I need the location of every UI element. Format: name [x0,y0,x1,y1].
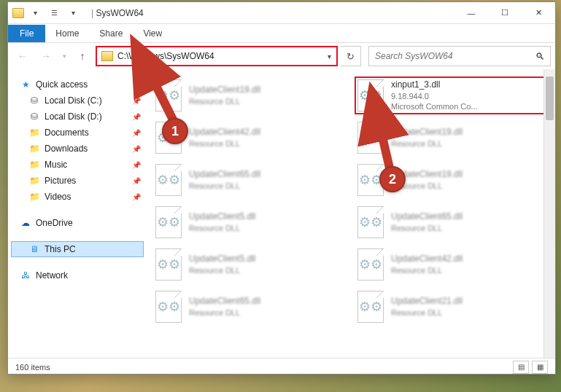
sidebar-quick-access[interactable]: ★ Quick access [11,77,144,93]
pin-icon: 📌 [132,97,141,105]
file-type: Resource DLL [391,265,463,275]
sidebar-item-label: Local Disk (D:) [45,111,102,122]
file-type: Resource DLL [189,307,260,318]
dll-file-icon: ⚙⚙ [357,206,384,238]
sidebar-item-label: Videos [45,192,71,202]
folder-icon: 📁 [28,127,40,138]
dll-file-icon: ⚙⚙ [155,248,182,281]
gears-icon: ⚙⚙ [157,214,180,230]
file-type: Resource DLL [391,138,463,149]
file-item[interactable]: ⚙⚙UpdateClient65.dllResource DLL [152,161,347,199]
gears-icon: ⚙⚙ [359,87,382,103]
pin-icon: 📌 [132,113,141,121]
dll-file-icon: ⚙⚙ [155,164,182,196]
callout-2: 2 [379,166,406,192]
tab-home[interactable]: Home [45,25,89,42]
up-button[interactable]: ↑ [72,46,93,66]
folder-icon: 📁 [28,191,40,203]
gears-icon: ⚙⚙ [157,172,180,188]
tab-file[interactable]: File [8,25,45,42]
qat-properties-icon[interactable]: ☰ [46,5,62,21]
file-item[interactable]: ⚙⚙UpdateClient65.dllResource DLL [152,288,347,326]
thispc-label: This PC [45,244,76,254]
file-type: Resource DLL [189,138,260,149]
gears-icon: ⚙⚙ [359,256,382,273]
search-input[interactable] [369,51,530,61]
file-name: xinput1_3.dll [391,79,478,91]
file-name: UpdateClient65.dll [189,296,260,307]
statusbar: 160 items ▤ ▦ [8,358,555,375]
sidebar-item[interactable]: 📁Music📌 [11,157,144,173]
star-icon: ★ [20,79,31,90]
network-label: Network [36,270,68,281]
item-count: 160 items [15,363,50,372]
address-bar[interactable]: C:\Windows\SysWOW64 ▾ [96,46,338,66]
sidebar-item[interactable]: 📁Pictures📌 [11,173,144,189]
refresh-button[interactable]: ↻ [341,46,361,66]
file-item[interactable]: ⚙⚙UpdateClient19.dllResource DLL [355,119,549,157]
sidebar-item-label: Music [45,160,67,170]
sidebar-item[interactable]: 📁Documents📌 [11,125,144,141]
cloud-icon: ☁ [20,217,31,229]
close-button[interactable]: ✕ [522,2,555,24]
gears-icon: ⚙⚙ [359,299,382,315]
file-name: UpdateClient65.dll [189,169,260,181]
file-item-highlighted[interactable]: ⚙⚙xinput1_3.dll9.18.944.0Microsoft Commo… [355,77,549,114]
nav-row: ← → ▾ ↑ C:\Windows\SysWOW64 ▾ ↻ 🔍︎ [8,43,555,69]
file-version: 9.18.944.0 [391,91,478,101]
maximize-button[interactable]: ☐ [488,2,522,24]
dll-file-icon: ⚙⚙ [357,291,384,323]
disk-icon: ⛁ [28,95,40,106]
file-name: UpdateClient5.dll [189,254,255,265]
app-folder-icon [12,8,24,18]
file-item[interactable]: ⚙⚙UpdateClient5.dllResource DLL [152,203,347,241]
pin-icon: 📌 [132,161,141,169]
file-type: Resource DLL [391,223,463,233]
explorer-window: ▾ ☰ ▾ SysWOW64 — ☐ ✕ File Home Share Vie… [7,1,556,375]
search-icon[interactable]: 🔍︎ [530,51,550,62]
forward-button[interactable]: → [36,46,56,66]
dll-file-icon: ⚙⚙ [357,79,384,111]
window-title: SysWOW64 [85,8,454,18]
address-text[interactable]: C:\Windows\SysWOW64 [117,51,322,61]
file-item[interactable]: ⚙⚙UpdateClient65.dllResource DLL [355,203,549,241]
sidebar-item[interactable]: 📁Videos📌 [11,189,144,205]
pin-icon: 📌 [132,193,141,201]
file-name: UpdateClient5.dll [189,211,255,223]
file-item[interactable]: ⚙⚙UpdateClient21.dllResource DLL [355,288,549,326]
network-icon: 🖧 [20,270,31,281]
search-box[interactable]: 🔍︎ [368,46,551,66]
file-item[interactable]: ⚙⚙UpdateClient42.dllResource DLL [355,246,549,283]
disk-icon: ⛁ [28,111,40,122]
folder-icon: 📁 [28,175,40,187]
sidebar-item[interactable]: 📁Downloads📌 [11,141,144,157]
scrollbar[interactable] [543,69,555,358]
tab-share[interactable]: Share [89,25,133,42]
onedrive-label: OneDrive [36,218,73,228]
file-name: UpdateClient21.dll [391,296,463,307]
sidebar-onedrive[interactable]: ☁ OneDrive [11,215,144,231]
address-folder-icon [101,51,113,61]
file-type: Resource DLL [391,307,463,318]
dll-file-icon: ⚙⚙ [155,291,182,323]
gears-icon: ⚙⚙ [157,256,180,273]
view-details-button[interactable]: ▤ [513,361,529,374]
file-item[interactable]: ⚙⚙UpdateClient19.dllResource DLL [152,77,347,114]
sidebar-network[interactable]: 🖧 Network [11,267,144,283]
scrollbar-thumb[interactable] [546,77,554,120]
file-item[interactable]: ⚙⚙UpdateClient5.dllResource DLL [152,246,347,283]
sidebar-this-pc[interactable]: 🖥 This PC [11,241,144,257]
qat-customize-icon[interactable]: ▾ [65,5,81,21]
tab-view[interactable]: View [133,25,172,42]
file-type: Resource DLL [189,96,260,106]
file-type: Resource DLL [189,265,255,275]
view-icons-button[interactable]: ▦ [532,361,548,374]
sidebar-item[interactable]: ⛁Local Disk (D:)📌 [11,109,144,125]
back-button[interactable]: ← [12,46,33,66]
dll-file-icon: ⚙⚙ [357,248,384,281]
qat-dropdown-icon[interactable]: ▾ [27,5,43,21]
minimize-button[interactable]: — [454,2,488,24]
recent-dropdown[interactable]: ▾ [59,46,69,66]
sidebar-item[interactable]: ⛁Local Disk (C:)📌 [11,93,144,109]
address-dropdown-icon[interactable]: ▾ [322,52,336,60]
